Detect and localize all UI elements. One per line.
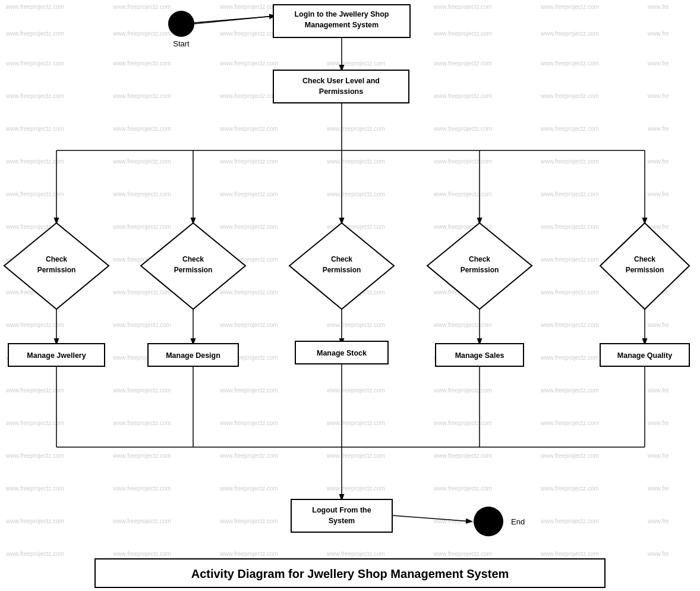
svg-text:www.freeprojectz.com: www.freeprojectz.com xyxy=(5,125,64,132)
svg-text:www.freeprojectz.com: www.freeprojectz.com xyxy=(540,420,599,426)
svg-text:www.freeprojectz.com: www.freeprojectz.com xyxy=(5,93,64,99)
svg-text:www.freeprojectz.com: www.freeprojectz.com xyxy=(540,4,599,10)
svg-text:www.freeprojectz.com: www.freeprojectz.com xyxy=(540,224,599,230)
svg-text:www.freeprojectz.com: www.freeprojectz.com xyxy=(433,551,492,557)
svg-text:www.freeprojectz.com: www.freeprojectz.com xyxy=(5,485,64,492)
logout-text2: System xyxy=(329,517,355,525)
svg-text:Check: Check xyxy=(634,255,655,263)
svg-text:www.freeprojectz.com: www.freeprojectz.com xyxy=(112,289,171,296)
svg-line-127 xyxy=(194,16,273,24)
svg-text:www.freeprojectz.com: www.freeprojectz.com xyxy=(433,485,492,492)
svg-text:www.freeprojectz.com: www.freeprojectz.com xyxy=(219,518,278,524)
svg-text:www.freeprojectz.com: www.freeprojectz.com xyxy=(326,125,385,132)
svg-text:www.freeprojectz.com: www.freeprojectz.com xyxy=(112,191,171,197)
svg-text:www.freeprojectz.com: www.freeprojectz.com xyxy=(433,125,492,132)
svg-text:www.freeprojectz.com: www.freeprojectz.com xyxy=(5,158,64,165)
svg-text:www.freeprojectz.com: www.freeprojectz.com xyxy=(540,158,599,165)
svg-text:www.freeprojectz.com: www.freeprojectz.com xyxy=(433,60,492,67)
svg-text:www.freeprojectz.com: www.freeprojectz.com xyxy=(112,322,171,328)
svg-text:www.freeprojectz.com: www.freeprojectz.com xyxy=(326,551,385,557)
svg-text:www.freeprojectz.com: www.freeprojectz.com xyxy=(219,452,278,459)
svg-text:www.freeprojectz.com: www.freeprojectz.com xyxy=(112,485,171,492)
svg-text:www.freeprojectz.com: www.freeprojectz.com xyxy=(433,322,492,328)
svg-text:www.freeprojectz.com: www.freeprojectz.com xyxy=(112,518,171,524)
svg-text:Permission: Permission xyxy=(37,266,76,274)
svg-text:www.fre: www.fre xyxy=(647,518,669,524)
svg-text:www.freeprojectz.com: www.freeprojectz.com xyxy=(540,256,599,263)
svg-text:www.freeprojectz.com: www.freeprojectz.com xyxy=(5,420,64,426)
svg-text:www.freeprojectz.com: www.freeprojectz.com xyxy=(112,452,171,459)
svg-text:www.freeprojectz.com: www.freeprojectz.com xyxy=(540,322,599,328)
svg-text:Check: Check xyxy=(331,255,352,263)
svg-text:www.freeprojectz.com: www.freeprojectz.com xyxy=(540,518,599,524)
manage-design-label: Manage Design xyxy=(166,351,220,360)
login-text-line1: Login to the Jwellery Shop xyxy=(294,10,389,18)
svg-text:www.freeprojectz.com: www.freeprojectz.com xyxy=(326,191,385,197)
svg-text:www.freeprojectz.com: www.freeprojectz.com xyxy=(540,93,599,99)
svg-text:www.freeprojectz.com: www.freeprojectz.com xyxy=(112,158,171,165)
svg-text:www.freeprojectz.com: www.freeprojectz.com xyxy=(112,551,171,557)
svg-text:www.freeprojectz.com: www.freeprojectz.com xyxy=(112,224,171,230)
svg-text:www.freeprojectz.com: www.freeprojectz.com xyxy=(433,387,492,394)
svg-text:www.freeprojectz.com: www.freeprojectz.com xyxy=(5,191,64,197)
check-user-level-text2: Permissions xyxy=(319,87,363,96)
svg-text:www.freeprojectz.com: www.freeprojectz.com xyxy=(540,485,599,492)
svg-text:www.freeprojectz.com: www.freeprojectz.com xyxy=(112,60,171,67)
manage-sales-label: Manage Sales xyxy=(455,351,504,360)
svg-text:www.freeprojectz.com: www.freeprojectz.com xyxy=(112,93,171,99)
manage-quality-label: Manage Quality xyxy=(617,351,672,360)
svg-text:www.freeprojectz.com: www.freeprojectz.com xyxy=(433,158,492,165)
svg-text:www.freeprojectz.com: www.freeprojectz.com xyxy=(433,452,492,459)
svg-text:www.freeprojectz.com: www.freeprojectz.com xyxy=(326,322,385,328)
svg-text:www.freeprojectz.com: www.freeprojectz.com xyxy=(5,551,64,557)
end-label: End xyxy=(511,517,525,526)
svg-text:www.freeprojectz.com: www.freeprojectz.com xyxy=(326,158,385,165)
svg-text:www.fre: www.fre xyxy=(647,387,669,394)
svg-text:Check: Check xyxy=(469,255,490,263)
check-user-level-box xyxy=(273,70,409,103)
svg-text:www.freeprojectz.com: www.freeprojectz.com xyxy=(5,60,64,67)
svg-text:www.fre: www.fre xyxy=(647,4,669,10)
svg-text:www.freeprojectz.com: www.freeprojectz.com xyxy=(112,30,171,37)
svg-text:www.freeprojectz.com: www.freeprojectz.com xyxy=(433,93,492,99)
logout-box xyxy=(291,499,392,532)
svg-text:Permission: Permission xyxy=(323,266,361,274)
svg-text:www.freeprojectz.com: www.freeprojectz.com xyxy=(326,420,385,426)
svg-text:www.freeprojectz.com: www.freeprojectz.com xyxy=(433,4,492,10)
end-node xyxy=(474,507,503,536)
logout-text1: Logout From the xyxy=(312,506,371,514)
svg-text:www.freeprojectz.com: www.freeprojectz.com xyxy=(540,125,599,132)
svg-text:www.freeprojectz.com: www.freeprojectz.com xyxy=(5,387,64,394)
svg-text:www.freeprojectz.com: www.freeprojectz.com xyxy=(540,191,599,197)
svg-text:www.freeprojectz.com: www.freeprojectz.com xyxy=(219,158,278,165)
svg-text:www.freeprojectz.com: www.freeprojectz.com xyxy=(5,452,64,459)
svg-text:www.freeprojectz.com: www.freeprojectz.com xyxy=(326,452,385,459)
svg-text:www.freeprojectz.com: www.freeprojectz.com xyxy=(219,551,278,557)
svg-text:www.fre: www.fre xyxy=(647,191,669,197)
diagram-title: Activity Diagram for Jwellery Shop Manag… xyxy=(191,567,509,580)
svg-text:www.freeprojectz.com: www.freeprojectz.com xyxy=(219,485,278,492)
svg-text:Check: Check xyxy=(182,255,204,263)
svg-text:www.freeprojectz.com: www.freeprojectz.com xyxy=(219,191,278,197)
svg-text:www.fre: www.fre xyxy=(647,420,669,426)
svg-text:www.fre: www.fre xyxy=(647,452,669,459)
svg-text:www.freeprojectz.com: www.freeprojectz.com xyxy=(540,30,599,37)
svg-text:www.freeprojectz.com: www.freeprojectz.com xyxy=(5,4,64,10)
check-user-level-text1: Check User Level and xyxy=(302,77,380,85)
manage-jwellery-label: Manage Jwellery xyxy=(27,351,86,360)
svg-text:www.freeprojectz.com: www.freeprojectz.com xyxy=(540,60,599,67)
svg-text:www.fre: www.fre xyxy=(647,60,669,67)
svg-text:www.freeprojectz.com: www.freeprojectz.com xyxy=(219,125,278,132)
svg-text:Check: Check xyxy=(46,255,67,263)
svg-text:www.freeprojectz.com: www.freeprojectz.com xyxy=(540,452,599,459)
svg-text:www.freeprojectz.com: www.freeprojectz.com xyxy=(540,289,599,296)
svg-text:www.fre: www.fre xyxy=(647,551,669,557)
svg-text:www.freeprojectz.com: www.freeprojectz.com xyxy=(112,387,171,394)
svg-text:www.freeprojectz.com: www.freeprojectz.com xyxy=(219,93,278,99)
activity-diagram: www.freeprojectz.com www.freeprojectz.co… xyxy=(0,0,700,591)
svg-text:www.freeprojectz.com: www.freeprojectz.com xyxy=(5,518,64,524)
svg-text:www.freeprojectz.com: www.freeprojectz.com xyxy=(112,4,171,10)
svg-text:www.freeprojectz.com: www.freeprojectz.com xyxy=(326,485,385,492)
svg-text:www.freeprojectz.com: www.freeprojectz.com xyxy=(540,387,599,394)
svg-text:www.freeprojectz.com: www.freeprojectz.com xyxy=(219,322,278,328)
